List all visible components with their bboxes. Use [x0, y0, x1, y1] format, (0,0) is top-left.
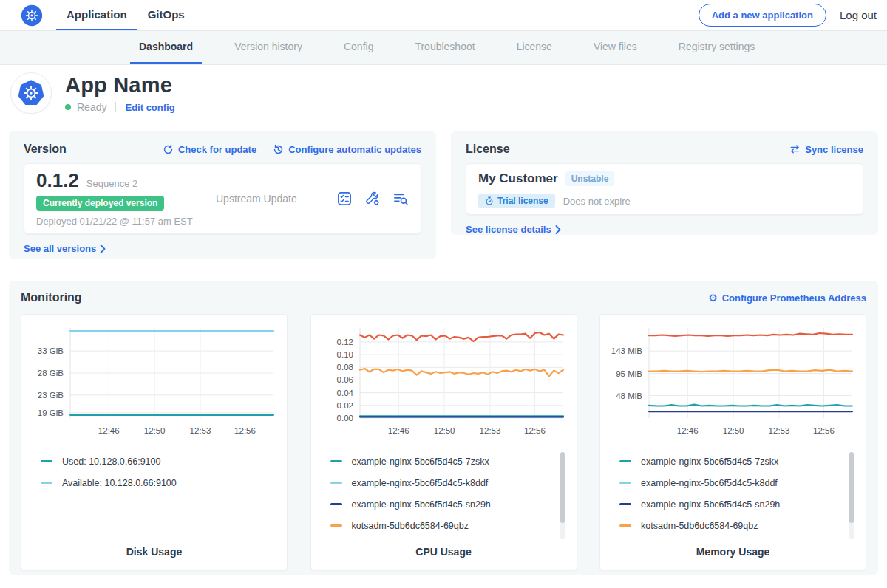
add-new-application-button[interactable]: Add a new application — [699, 4, 826, 27]
svg-text:0.06: 0.06 — [336, 375, 353, 384]
edit-config-link[interactable]: Edit config — [125, 102, 174, 113]
legend-item-kotsadm-5db6dc6584-69qbz: kotsadm-5db6dc6584-69qbz — [330, 515, 553, 536]
legend-label: example-nginx-5bc6f5d4c5-k8ddf — [641, 478, 778, 488]
legend-label: Used: 10.128.0.66:9100 — [62, 457, 160, 467]
preflight-checks-icon[interactable] — [336, 191, 353, 207]
version-card: Version Check for update Configure au — [9, 131, 436, 259]
logout-link[interactable]: Log out — [840, 9, 877, 21]
brand-logo[interactable] — [21, 0, 43, 30]
kubernetes-logo-icon — [21, 4, 43, 27]
svg-text:143 MiB: 143 MiB — [611, 346, 643, 355]
configure-automatic-updates-link[interactable]: Configure automatic updates — [273, 144, 421, 155]
disk-usage-legend: Used: 10.128.0.66:9100Available: 10.128.… — [30, 451, 278, 493]
legend-label: Available: 10.128.0.66:9100 — [62, 478, 177, 488]
legend-swatch — [41, 460, 52, 462]
legend-item-example-nginx-5bc6f5d4c5-7zskx: example-nginx-5bc6f5d4c5-7zskx — [330, 451, 553, 472]
legend-swatch — [619, 482, 631, 484]
svg-text:12:46: 12:46 — [387, 426, 409, 435]
configure-prometheus-label: Configure Prometheus Address — [722, 293, 866, 304]
app-avatar — [10, 72, 52, 114]
license-type-label: Trial license — [497, 196, 548, 206]
configure-automatic-updates-label: Configure automatic updates — [288, 144, 421, 155]
svg-text:0.02: 0.02 — [336, 401, 353, 410]
topnav-tabs: ApplicationGitOps — [56, 0, 195, 30]
status-dot — [65, 104, 71, 110]
license-card: License Sync license My Customer Unstabl… — [451, 131, 878, 235]
chart-panel-cpu-usage: 0.120.100.080.060.040.020.0012:4612:5012… — [310, 314, 577, 570]
legend-item-example-nginx-5bc6f5d4c5-7zskx: example-nginx-5bc6f5d4c5-7zskx — [619, 451, 842, 472]
version-card-title: Version — [24, 143, 67, 156]
sync-license-link[interactable]: Sync license — [789, 144, 863, 155]
check-for-update-link[interactable]: Check for update — [163, 144, 256, 155]
legend-item-available-10-128-0-66-9100: Available: 10.128.0.66:9100 — [41, 472, 263, 493]
legend-swatch — [619, 524, 631, 527]
deployed-timestamp: Deployed 01/21/22 @ 11:57 am EST — [36, 216, 210, 227]
chart-panel-memory-usage: 143 MiB95 MiB48 MiB12:4612:5012:5312:56 … — [599, 314, 866, 570]
legend-scrollbar-thumb[interactable] — [560, 452, 565, 523]
cpu-usage-chart-title: CPU Usage — [320, 546, 568, 561]
legend-label: example-nginx-5bc6f5d4c5-7zskx — [641, 457, 778, 467]
svg-text:0.04: 0.04 — [336, 389, 353, 397]
monitoring-card: Monitoring ⚙ Configure Prometheus Addres… — [9, 281, 878, 575]
page-title: App Name — [65, 73, 175, 98]
disk-usage-plot: 33 GiB28 GiB23 GiB19 GiB12:4612:5012:531… — [30, 322, 279, 437]
legend-scrollbar-thumb[interactable] — [849, 452, 854, 523]
divider — [115, 102, 116, 112]
configure-prometheus-link[interactable]: ⚙ Configure Prometheus Address — [708, 293, 866, 304]
see-all-versions-link[interactable]: See all versions — [24, 243, 106, 254]
legend-item-example-nginx-5bc6f5d4c5-sn29h: example-nginx-5bc6f5d4c5-sn29h — [330, 493, 553, 515]
see-all-versions-label: See all versions — [24, 243, 96, 254]
channel-badge: Unstable — [565, 171, 615, 186]
deploy-logs-icon[interactable] — [392, 191, 409, 207]
version-number: 0.1.2 — [36, 171, 79, 190]
currently-deployed-badge: Currently deployed version — [36, 196, 164, 211]
stopwatch-icon — [485, 196, 494, 205]
license-card-title: License — [466, 143, 510, 156]
svg-text:12:50: 12:50 — [433, 426, 455, 435]
see-license-details-label: See license details — [466, 224, 551, 235]
subnav-tab-license[interactable]: License — [508, 31, 561, 64]
legend-item-example-nginx-5bc6f5d4c5-sn29h: example-nginx-5bc6f5d4c5-sn29h — [619, 493, 842, 515]
disk-usage-chart-title: Disk Usage — [30, 546, 278, 561]
clock-history-icon — [273, 144, 284, 155]
legend-label: example-nginx-5bc6f5d4c5-sn29h — [352, 499, 491, 510]
legend-swatch — [619, 503, 631, 505]
svg-text:12:53: 12:53 — [190, 426, 211, 435]
subnav-tab-troubleshoot[interactable]: Troubleshoot — [406, 31, 483, 64]
memory-usage-legend: example-nginx-5bc6f5d4c5-7zskxexample-ng… — [609, 451, 857, 536]
cpu-usage-chart: 0.120.100.080.060.040.020.0012:4612:5012… — [320, 322, 568, 439]
legend-swatch — [330, 524, 342, 527]
memory-usage-plot: 143 MiB95 MiB48 MiB12:4612:5012:5312:56 — [609, 322, 858, 437]
license-detail-row: My Customer Unstable Trial license Does … — [466, 163, 863, 215]
svg-text:12:56: 12:56 — [524, 426, 546, 435]
subnav-tab-dashboard[interactable]: Dashboard — [130, 31, 202, 64]
sequence-label: Sequence 2 — [86, 178, 137, 189]
topnav-tab-gitops[interactable]: GitOps — [137, 0, 195, 30]
svg-text:95 MiB: 95 MiB — [616, 369, 642, 378]
legend-label: kotsadm-5db6dc6584-69qbz — [352, 521, 469, 531]
svg-text:12:50: 12:50 — [144, 426, 166, 435]
see-license-details-link[interactable]: See license details — [466, 224, 561, 235]
svg-text:12:56: 12:56 — [813, 426, 835, 435]
memory-usage-chart-title: Memory Usage — [609, 546, 857, 561]
license-type-badge: Trial license — [478, 194, 555, 208]
svg-text:0.12: 0.12 — [336, 338, 353, 346]
subnav-tab-config[interactable]: Config — [335, 31, 382, 64]
kubernetes-app-icon — [16, 78, 46, 108]
monitoring-title: Monitoring — [21, 291, 82, 304]
cpu-usage-legend: example-nginx-5bc6f5d4c5-7zskxexample-ng… — [320, 451, 568, 536]
gear-icon: ⚙ — [708, 293, 718, 303]
license-expiry-label: Does not expire — [563, 196, 631, 207]
subnav-tab-version-history[interactable]: Version history — [225, 31, 311, 64]
check-for-update-label: Check for update — [178, 144, 256, 155]
legend-swatch — [330, 482, 342, 484]
svg-text:12:53: 12:53 — [479, 426, 500, 435]
subnav-tab-view-files[interactable]: View files — [585, 31, 646, 64]
topnav-tab-application[interactable]: Application — [56, 0, 137, 30]
subnav-tab-registry-settings[interactable]: Registry settings — [670, 31, 764, 64]
legend-swatch — [619, 460, 631, 462]
svg-text:12:46: 12:46 — [98, 426, 120, 435]
version-source-label: Upstream Update — [210, 193, 336, 205]
edit-config-icon[interactable] — [364, 191, 381, 207]
svg-text:12:46: 12:46 — [677, 426, 699, 435]
